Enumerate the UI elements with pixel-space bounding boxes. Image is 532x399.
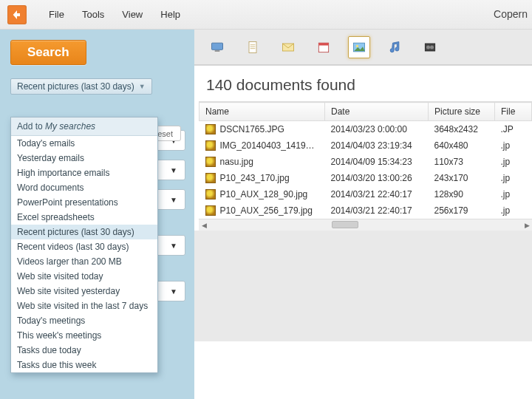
column-header[interactable]: Name (200, 103, 325, 121)
category-video-button[interactable] (419, 36, 441, 58)
table-row[interactable]: P10_AUX_128_90.jpg2014/03/21 22:40:17128… (200, 186, 532, 202)
saved-search-option[interactable]: This week's meetings (11, 328, 157, 343)
results-table-wrap: NameDatePicture sizeFile DSCN1765.JPG201… (199, 101, 532, 219)
cell-size: 3648x2432 (429, 121, 495, 138)
saved-search-option[interactable]: Word documents (11, 180, 157, 195)
saved-search-label: Recent pictures (last 30 days) (17, 81, 134, 92)
cell-ext: .jp (495, 202, 532, 219)
table-row[interactable]: IMG_20140403_141934....2014/04/03 23:19:… (200, 137, 532, 154)
svg-rect-0 (212, 43, 223, 50)
saved-searches-popup: Add to My searches Today's emailsYesterd… (10, 117, 158, 373)
results-table: NameDatePicture sizeFile DSCN1765.JPG201… (199, 102, 532, 219)
cell-date: 2014/03/21 22:40:17 (325, 186, 429, 202)
table-row[interactable]: P10_243_170.jpg2014/03/20 13:00:26243x17… (200, 170, 532, 186)
scroll-thumb[interactable] (332, 221, 358, 228)
saved-search-option[interactable]: Tasks due this week (11, 358, 157, 372)
results-panel: 140 documents found NameDatePicture size… (194, 30, 532, 399)
table-row[interactable]: DSCN1765.JPG2014/03/23 0:00:003648x2432.… (200, 121, 532, 138)
menu-file[interactable]: File (40, 6, 73, 23)
music-icon (387, 40, 402, 55)
column-header[interactable]: Picture size (429, 103, 495, 121)
category-document-button[interactable] (242, 36, 264, 58)
saved-search-option[interactable]: High importance emails (11, 166, 157, 180)
image-file-icon (205, 124, 216, 134)
category-mail-button[interactable] (277, 36, 299, 58)
category-toolbar (194, 30, 532, 65)
chevron-down-icon: ▼ (170, 287, 177, 296)
menu-tools[interactable]: Tools (73, 6, 113, 23)
results-heading: 140 documents found (194, 66, 532, 101)
saved-search-option[interactable]: Recent pictures (last 30 days) (11, 225, 157, 239)
image-file-icon (205, 173, 216, 183)
horizontal-scrollbar[interactable]: ◀ ▶ (199, 219, 532, 231)
cell-name: P10_AUX_128_90.jpg (200, 186, 325, 202)
svg-rect-1 (215, 50, 220, 52)
cell-name: IMG_20140403_141934.... (200, 137, 325, 154)
cell-size: 243x170 (429, 170, 495, 186)
saved-search-option[interactable]: Excel spreadsheets (11, 210, 157, 225)
svg-rect-2 (249, 41, 256, 52)
document-icon (245, 40, 260, 55)
scroll-left-arrow[interactable]: ◀ (199, 220, 209, 231)
cell-size: 640x480 (429, 137, 495, 154)
video-icon (423, 40, 437, 55)
search-panel: Search Recent pictures (last 30 days) ▼ … (0, 30, 194, 399)
saved-search-option[interactable]: Web site visited in the last 7 days (11, 299, 157, 313)
cell-date: 2014/03/23 0:00:00 (325, 121, 429, 138)
saved-search-option[interactable]: Web site visited yesterday (11, 284, 157, 299)
image-file-icon (205, 140, 216, 151)
category-calendar-button[interactable] (313, 36, 335, 58)
picture-icon (352, 40, 366, 55)
cell-ext: .jp (495, 170, 532, 186)
category-picture-button[interactable] (348, 36, 370, 58)
calendar-icon (316, 40, 331, 55)
image-file-icon (205, 205, 216, 216)
scroll-right-arrow[interactable]: ▶ (522, 220, 532, 231)
saved-search-option[interactable]: Today's emails (11, 136, 157, 151)
table-row[interactable]: nasu.jpg2014/04/09 15:34:23110x73.jp (200, 154, 532, 170)
chevron-down-icon: ▼ (170, 166, 177, 174)
popup-header[interactable]: Add to My searches (11, 117, 157, 136)
category-computer-button[interactable] (206, 36, 228, 58)
cell-ext: .jp (495, 137, 532, 154)
category-music-button[interactable] (383, 36, 406, 58)
cell-name: P10_243_170.jpg (200, 170, 325, 186)
menu-help[interactable]: Help (151, 6, 189, 23)
cell-name: nasu.jpg (200, 154, 325, 170)
popup-header-prefix: Add to (17, 121, 45, 132)
saved-search-option[interactable]: PowerPoint presentations (11, 195, 157, 210)
cell-ext: .jp (495, 186, 532, 202)
menu-view[interactable]: View (113, 6, 151, 23)
saved-search-dropdown[interactable]: Recent pictures (last 30 days) ▼ (10, 78, 152, 95)
saved-search-option[interactable]: Videos larger than 200 MB (11, 254, 157, 269)
chevron-down-icon: ▼ (170, 242, 177, 250)
image-file-icon (205, 157, 216, 167)
app-icon (7, 5, 27, 24)
chevron-down-icon: ▼ (170, 196, 177, 204)
saved-search-option[interactable]: Yesterday emails (11, 151, 157, 166)
results-footer (194, 231, 532, 341)
cell-name: P10_AUX_256_179.jpg (200, 202, 325, 219)
image-file-icon (205, 189, 216, 200)
column-header[interactable]: File (495, 103, 532, 121)
saved-search-option[interactable]: Recent videos (last 30 days) (11, 239, 157, 254)
chevron-down-icon: ▼ (139, 83, 146, 90)
cell-date: 2014/03/20 13:00:26 (325, 170, 429, 186)
mail-icon (281, 40, 296, 55)
svg-point-12 (426, 45, 430, 49)
saved-search-option[interactable]: Tasks due today (11, 343, 157, 358)
cell-name: DSCN1765.JPG (200, 121, 325, 138)
menubar: File Tools View Help Copern (0, 0, 532, 30)
saved-search-option[interactable]: Today's meetings (11, 313, 157, 328)
svg-rect-8 (318, 43, 328, 45)
cell-date: 2014/04/03 23:19:34 (325, 137, 429, 154)
brand-label: Copern (494, 8, 528, 20)
search-button[interactable]: Search (10, 40, 86, 65)
popup-header-em: My searches (45, 121, 95, 132)
column-header[interactable]: Date (325, 103, 429, 121)
svg-point-13 (430, 45, 434, 49)
svg-point-10 (356, 44, 358, 47)
saved-search-option[interactable]: Web site visited today (11, 269, 157, 284)
cell-size: 110x73 (429, 154, 495, 170)
table-row[interactable]: P10_AUX_256_179.jpg2014/03/21 22:40:1725… (200, 202, 532, 219)
